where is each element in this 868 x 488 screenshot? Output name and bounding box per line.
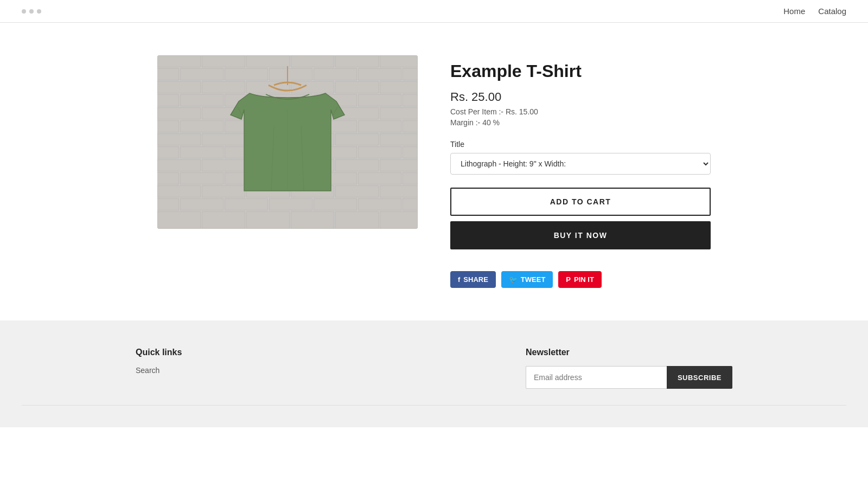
svg-rect-82 xyxy=(291,211,334,229)
svg-rect-19 xyxy=(380,81,418,93)
svg-rect-5 xyxy=(335,55,379,67)
margin-label: Margin :- xyxy=(450,118,480,127)
svg-rect-51 xyxy=(358,146,401,158)
svg-rect-44 xyxy=(335,133,379,145)
svg-rect-10 xyxy=(269,68,312,80)
svg-rect-53 xyxy=(157,159,201,171)
add-to-cart-button[interactable]: ADD TO CART xyxy=(450,188,711,216)
facebook-icon: f xyxy=(458,275,460,284)
svg-rect-39 xyxy=(403,120,418,132)
pinterest-share-button[interactable]: P PIN IT xyxy=(558,271,602,288)
buy-now-button[interactable]: BUY IT NOW xyxy=(450,221,711,249)
logo-dot-1 xyxy=(22,9,26,14)
product-price: Rs. 25.00 xyxy=(450,90,711,104)
product-image-container xyxy=(157,55,418,229)
svg-rect-26 xyxy=(403,94,418,106)
footer-divider xyxy=(22,405,846,406)
svg-rect-12 xyxy=(358,68,401,80)
main-nav: Home Catalog xyxy=(783,7,846,16)
svg-rect-72 xyxy=(157,198,179,210)
svg-rect-3 xyxy=(246,55,290,67)
product-image xyxy=(157,55,418,229)
svg-rect-83 xyxy=(335,211,379,229)
product-title: Example T-Shirt xyxy=(450,61,711,81)
newsletter-email-input[interactable] xyxy=(526,366,667,389)
logo-dot-3 xyxy=(37,9,41,14)
tweet-label: TWEET xyxy=(521,275,546,284)
facebook-share-button[interactable]: f SHARE xyxy=(450,271,496,288)
svg-rect-7 xyxy=(157,68,179,80)
quick-links-title: Quick links xyxy=(136,348,182,357)
svg-rect-81 xyxy=(246,211,290,229)
svg-rect-32 xyxy=(380,107,418,119)
footer-search-link[interactable]: Search xyxy=(136,366,182,375)
quick-links-section: Quick links Search xyxy=(136,348,182,389)
svg-rect-60 xyxy=(180,172,224,184)
svg-rect-14 xyxy=(157,81,201,93)
variant-select[interactable]: Lithograph - Height: 9" x Width: xyxy=(450,153,711,175)
svg-rect-41 xyxy=(202,133,245,145)
svg-rect-4 xyxy=(291,55,334,67)
svg-rect-59 xyxy=(157,172,179,184)
svg-rect-6 xyxy=(380,55,418,67)
logo xyxy=(22,9,41,14)
product-margin: Margin :- 40 % xyxy=(450,118,711,127)
svg-rect-76 xyxy=(314,198,357,210)
svg-rect-66 xyxy=(157,185,201,197)
svg-rect-77 xyxy=(358,198,401,210)
nav-catalog[interactable]: Catalog xyxy=(818,7,846,16)
svg-rect-75 xyxy=(269,198,312,210)
pin-label: PIN IT xyxy=(574,275,594,284)
cost-label: Cost Per Item :- xyxy=(450,107,503,116)
share-label: SHARE xyxy=(463,275,488,284)
product-details: Example T-Shirt Rs. 25.00 Cost Per Item … xyxy=(450,55,711,288)
nav-home[interactable]: Home xyxy=(783,7,805,16)
svg-rect-57 xyxy=(335,159,379,171)
svg-rect-79 xyxy=(157,211,201,229)
twitter-share-button[interactable]: 🐦 TWEET xyxy=(501,271,553,288)
svg-rect-1 xyxy=(157,55,201,67)
svg-rect-21 xyxy=(180,94,224,106)
product-image-svg xyxy=(157,55,418,229)
svg-rect-38 xyxy=(358,120,401,132)
pinterest-icon: P xyxy=(566,275,571,284)
product-cost: Cost Per Item :- Rs. 15.00 xyxy=(450,107,711,116)
svg-rect-46 xyxy=(157,146,179,158)
svg-rect-15 xyxy=(202,81,245,93)
variant-label: Title xyxy=(450,140,711,149)
svg-rect-80 xyxy=(202,211,245,229)
svg-rect-20 xyxy=(157,94,179,106)
svg-rect-13 xyxy=(403,68,418,80)
svg-rect-52 xyxy=(403,146,418,158)
margin-value: 40 % xyxy=(482,118,500,127)
svg-rect-65 xyxy=(403,172,418,184)
footer-content: Quick links Search Newsletter SUBSCRIBE xyxy=(136,348,732,389)
cost-value: Rs. 15.00 xyxy=(506,107,538,116)
svg-rect-54 xyxy=(202,159,245,171)
newsletter-section: Newsletter SUBSCRIBE xyxy=(526,348,732,389)
svg-rect-70 xyxy=(335,185,379,197)
main-content: Example T-Shirt Rs. 25.00 Cost Per Item … xyxy=(136,55,732,288)
svg-rect-11 xyxy=(314,68,357,80)
footer: Quick links Search Newsletter SUBSCRIBE xyxy=(0,320,868,427)
svg-rect-84 xyxy=(380,211,418,229)
svg-rect-78 xyxy=(403,198,418,210)
svg-rect-34 xyxy=(180,120,224,132)
newsletter-form: SUBSCRIBE xyxy=(526,366,732,389)
newsletter-title: Newsletter xyxy=(526,348,732,357)
svg-rect-8 xyxy=(180,68,224,80)
svg-rect-73 xyxy=(180,198,224,210)
svg-rect-9 xyxy=(225,68,268,80)
svg-rect-71 xyxy=(380,185,418,197)
svg-rect-27 xyxy=(157,107,201,119)
svg-rect-45 xyxy=(380,133,418,145)
header: Home Catalog xyxy=(0,0,868,23)
social-share: f SHARE 🐦 TWEET P PIN IT xyxy=(450,271,711,288)
svg-rect-33 xyxy=(157,120,179,132)
svg-rect-18 xyxy=(335,81,379,93)
newsletter-subscribe-button[interactable]: SUBSCRIBE xyxy=(667,366,732,389)
svg-rect-58 xyxy=(380,159,418,171)
svg-rect-2 xyxy=(202,55,245,67)
svg-rect-64 xyxy=(358,172,401,184)
svg-rect-47 xyxy=(180,146,224,158)
